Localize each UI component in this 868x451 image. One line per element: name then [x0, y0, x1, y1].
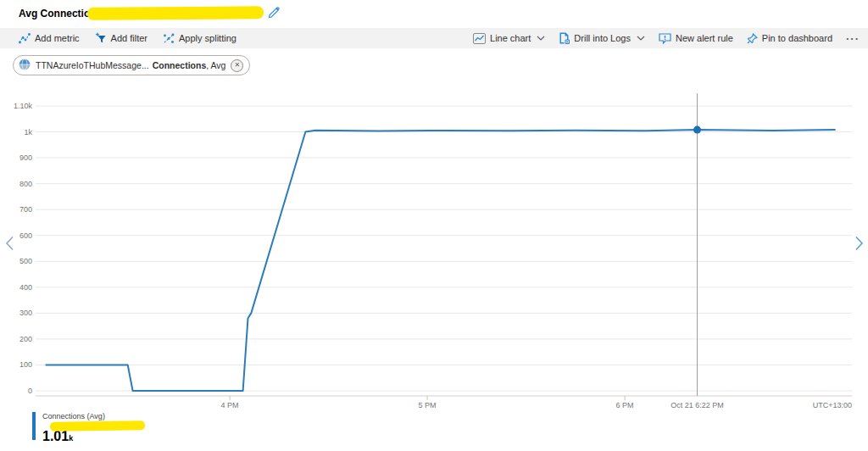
- apply-splitting-button[interactable]: Apply splitting: [163, 33, 236, 44]
- drill-into-logs-button[interactable]: Drill into Logs: [559, 32, 645, 44]
- legend-series-label: Connections (Avg): [42, 412, 105, 420]
- x-axis-tick-label: 5 PM: [419, 401, 437, 409]
- x-axis-tick-label: 6 PM: [616, 401, 634, 409]
- y-axis-tick-label: 600: [19, 231, 32, 240]
- add-metric-icon: [19, 33, 31, 44]
- legend-item-connections-avg[interactable]: Connections (Avg) 1.01k: [32, 412, 105, 445]
- new-alert-rule-label: New alert rule: [676, 33, 733, 43]
- remove-metric-icon[interactable]: ✕: [231, 59, 243, 72]
- header: Avg Connections for: [0, 0, 868, 28]
- y-axis-tick-label: 1.10k: [14, 102, 33, 110]
- edit-title-pencil-icon[interactable]: [267, 6, 281, 19]
- pin-to-dashboard-label: Pin to dashboard: [762, 33, 832, 43]
- pill-metric-name: Connections, Avg: [153, 60, 226, 70]
- legend-color-bar: [32, 412, 36, 440]
- line-chart-icon: [473, 33, 486, 44]
- iot-hub-resource-icon: [19, 58, 31, 72]
- add-filter-label: Add filter: [111, 33, 147, 43]
- metric-pill[interactable]: TTNAzureIoTHubMessage... Connections, Av…: [13, 55, 250, 75]
- redacted-legend-resource: [50, 420, 145, 432]
- y-axis-tick-label: 400: [19, 283, 32, 292]
- drill-into-logs-icon: [559, 32, 570, 44]
- y-axis-tick-label: 1k: [24, 128, 32, 136]
- alert-bubble-icon: [659, 33, 671, 44]
- scroll-time-forward-chevron[interactable]: [851, 232, 866, 254]
- y-axis-tick-label: 900: [19, 153, 32, 162]
- y-axis-tick-label: 500: [19, 257, 32, 265]
- apply-splitting-label: Apply splitting: [179, 33, 236, 43]
- pin-icon: [747, 33, 758, 44]
- legend-value: 1.01k: [42, 430, 105, 445]
- y-axis-tick-label: 100: [19, 360, 32, 369]
- y-axis-tick-label: 700: [19, 205, 32, 214]
- selected-point-dot: [693, 126, 701, 134]
- y-axis-tick-label: 200: [19, 335, 32, 343]
- add-metric-label: Add metric: [35, 33, 80, 43]
- metrics-line-chart[interactable]: 01002003004005006007008009001k1.10k4 PM5…: [0, 81, 868, 415]
- y-gridlines: 01002003004005006007008009001k1.10k: [14, 102, 852, 395]
- add-filter-button[interactable]: Add filter: [95, 32, 147, 44]
- chevron-down-icon: [537, 36, 545, 41]
- scroll-time-back-chevron[interactable]: [2, 232, 17, 254]
- redacted-resource-name: [87, 6, 264, 19]
- chart-type-selector[interactable]: Line chart: [473, 33, 545, 44]
- y-axis-tick-label: 0: [28, 387, 32, 395]
- chart-type-label: Line chart: [490, 33, 531, 43]
- add-filter-icon: [95, 32, 107, 44]
- apply-splitting-icon: [163, 33, 175, 44]
- drill-into-logs-label: Drill into Logs: [574, 33, 631, 43]
- x-axis: 4 PM5 PM6 PMUTC+13:00: [36, 396, 852, 409]
- chevron-down-icon: [637, 36, 645, 41]
- new-alert-rule-button[interactable]: New alert rule: [659, 33, 733, 44]
- selected-time-label: Oct 21 6:22 PM: [670, 401, 724, 409]
- pin-to-dashboard-button[interactable]: Pin to dashboard: [747, 33, 832, 44]
- y-axis-tick-label: 300: [19, 309, 32, 317]
- more-options-button[interactable]: ···: [846, 32, 860, 45]
- series-line-connections-avg: [46, 130, 836, 391]
- metrics-toolbar: Add metric Add filter Apply splitting: [0, 28, 868, 48]
- y-axis-tick-label: 800: [19, 180, 32, 188]
- pill-resource-name: TTNAzureIoTHubMessage...: [36, 60, 149, 70]
- x-axis-tick-label: 4 PM: [221, 401, 239, 409]
- timezone-label: UTC+13:00: [813, 401, 852, 409]
- add-metric-button[interactable]: Add metric: [19, 33, 80, 44]
- toolbar-right-group: Line chart Drill into Logs: [473, 32, 860, 45]
- toolbar-left-group: Add metric Add filter Apply splitting: [19, 32, 236, 44]
- metric-pill-row: TTNAzureIoTHubMessage... Connections, Av…: [0, 53, 868, 78]
